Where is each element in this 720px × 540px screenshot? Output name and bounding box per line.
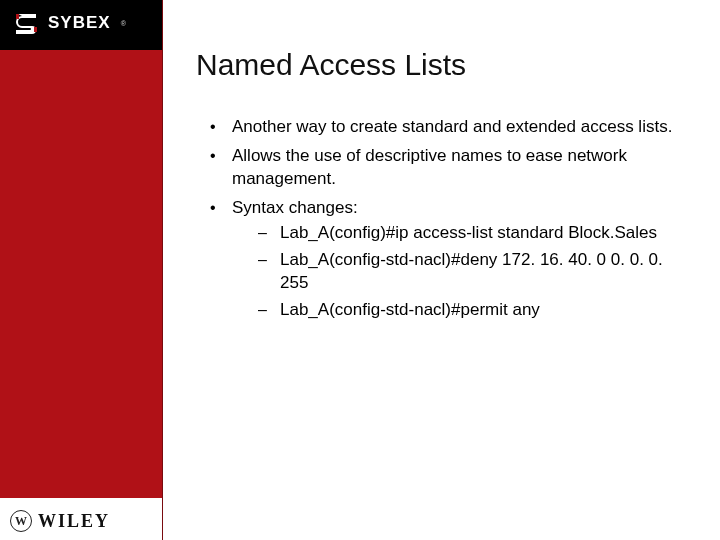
slide: SYBEX ® W WILEY Named Access Lists Anoth… xyxy=(0,0,720,540)
bullet-text: Another way to create standard and exten… xyxy=(232,117,672,136)
bullet-list: Another way to create standard and exten… xyxy=(186,116,692,322)
bullet-item: Allows the use of descriptive names to e… xyxy=(210,145,692,191)
bullet-text: Allows the use of descriptive names to e… xyxy=(232,146,627,188)
slide-title: Named Access Lists xyxy=(196,48,692,82)
sub-bullet-item: Lab_A(config-std-nacl)#permit any xyxy=(258,299,692,322)
footer-bar: W WILEY xyxy=(0,498,162,540)
sub-bullet-item: Lab_A(config-std-nacl)#deny 172. 16. 40.… xyxy=(258,249,692,295)
sub-bullet-text: Lab_A(config-std-nacl)#deny 172. 16. 40.… xyxy=(280,250,663,292)
sub-bullet-text: Lab_A(config-std-nacl)#permit any xyxy=(280,300,540,319)
content-area: Named Access Lists Another way to create… xyxy=(172,0,720,540)
publisher-name: WILEY xyxy=(38,511,110,532)
svg-rect-0 xyxy=(16,14,19,19)
svg-rect-1 xyxy=(34,27,37,32)
wiley-logo-letter: W xyxy=(15,514,27,529)
brand-name: SYBEX xyxy=(48,13,111,33)
sybex-logo-icon xyxy=(14,12,40,34)
wiley-brand: W WILEY xyxy=(10,510,110,532)
bullet-item: Syntax changes: Lab_A(config)#ip access-… xyxy=(210,197,692,322)
bullet-text: Syntax changes: xyxy=(232,198,358,217)
sub-bullet-list: Lab_A(config)#ip access-list standard Bl… xyxy=(232,222,692,322)
brand-bar: SYBEX ® xyxy=(0,0,162,50)
sybex-brand: SYBEX ® xyxy=(14,12,126,34)
sub-bullet-text: Lab_A(config)#ip access-list standard Bl… xyxy=(280,223,657,242)
sub-bullet-item: Lab_A(config)#ip access-list standard Bl… xyxy=(258,222,692,245)
trademark-symbol: ® xyxy=(121,20,126,27)
left-red-column: SYBEX ® W WILEY xyxy=(0,0,162,540)
wiley-logo-icon: W xyxy=(10,510,32,532)
bullet-item: Another way to create standard and exten… xyxy=(210,116,692,139)
